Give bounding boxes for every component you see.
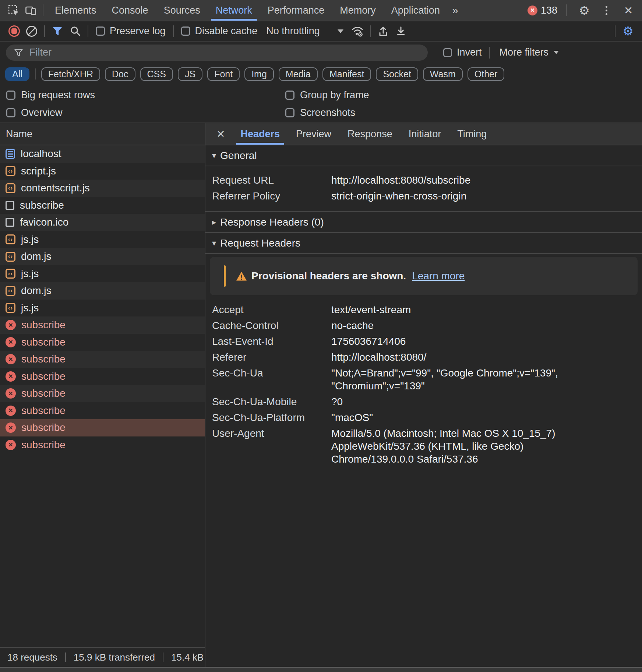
tab-elements[interactable]: Elements [47,0,104,21]
table-row[interactable]: ✕ subscribe [0,351,205,368]
settings-button[interactable]: ⚙ [576,2,593,18]
chip-socket[interactable]: Socket [376,67,418,81]
drawer-edge[interactable] [0,667,642,672]
more-tabs-icon[interactable]: » [448,4,463,17]
tab-preview[interactable]: Preview [288,123,339,145]
chip-fetch-xhr[interactable]: Fetch/XHR [41,67,100,81]
chip-css[interactable]: CSS [140,67,173,81]
script-icon: ‹› [6,234,15,244]
request-details-panel: ✕ Headers Preview Response Initiator Tim… [205,123,642,667]
chip-media[interactable]: Media [279,67,318,81]
table-row[interactable]: ✕ subscribe [0,334,205,351]
header-row: Sec-Ch-Ua-Platform "macOS" [205,410,642,425]
tab-application[interactable]: Application [384,0,448,21]
header-key: Sec-Ch-Ua-Mobile [205,395,331,408]
chip-doc[interactable]: Doc [105,67,135,81]
tab-initiator[interactable]: Initiator [401,123,449,145]
table-row[interactable]: ‹› js.js [0,265,205,283]
tab-console[interactable]: Console [104,0,156,21]
record-icon [8,25,20,37]
overview-toggle[interactable]: Overview [0,107,279,119]
table-row[interactable]: ‹› js.js [0,300,205,317]
error-icon: ✕ [6,337,16,347]
clear-log-button[interactable] [23,23,40,39]
device-toolbar-button[interactable] [22,2,39,18]
header-key: Accept [205,303,331,316]
warning-icon [236,271,247,281]
invert-filter-toggle[interactable]: Invert [440,47,486,58]
export-har-button[interactable] [392,23,410,39]
chip-all[interactable]: All [5,67,29,81]
learn-more-link[interactable]: Learn more [412,270,465,282]
script-icon: ‹› [6,183,15,193]
table-row[interactable]: subscribe [0,197,205,214]
tab-response[interactable]: Response [339,123,401,145]
name-column-header[interactable]: Name [0,123,205,145]
tab-memory[interactable]: Memory [332,0,384,21]
response-headers-section-header[interactable]: ▸ Response Headers (0) [205,212,642,233]
network-settings-button[interactable]: ⚙ [619,23,637,39]
header-row: Referer http://localhost:8080/ [205,349,642,365]
preserve-log-toggle[interactable]: Preserve log [92,25,169,37]
header-value: "macOS" [331,411,373,424]
checkbox-icon [285,91,294,100]
screenshots-toggle[interactable]: Screenshots [279,107,355,119]
script-icon: ‹› [6,303,15,313]
chip-manifest[interactable]: Manifest [322,67,371,81]
more-filters-label: More filters [500,47,549,58]
chip-js[interactable]: JS [178,67,202,81]
error-count: 138 [541,5,557,16]
devtools-tabbar: Elements Console Sources Network Perform… [0,0,642,21]
table-row[interactable]: ✕ subscribe [0,402,205,420]
general-section-header[interactable]: ▾ General [205,145,642,166]
table-row[interactable]: ‹› js.js [0,231,205,248]
tab-headers[interactable]: Headers [232,123,288,145]
tab-network[interactable]: Network [208,0,260,21]
chip-img[interactable]: Img [244,67,274,81]
header-value: 1756036714406 [331,335,406,348]
close-details-button[interactable]: ✕ [209,128,232,140]
divider [173,25,174,37]
more-filters-button[interactable]: More filters [494,47,565,58]
request-name: subscribe [21,353,66,365]
inspect-element-button[interactable] [5,2,22,18]
funnel-icon [14,48,23,57]
table-row[interactable]: ✕ subscribe [0,385,205,402]
chip-font[interactable]: Font [207,67,240,81]
customize-menu-button[interactable] [598,2,615,18]
header-row: Cache-Control no-cache [205,318,642,333]
table-row[interactable]: ✕ subscribe [0,436,205,454]
table-row[interactable]: ‹› contentscript.js [0,180,205,197]
script-icon: ‹› [6,286,15,296]
import-har-button[interactable] [374,23,392,39]
divider [65,652,66,662]
disable-cache-label: Disable cache [195,25,258,37]
device-toolbar-icon [25,4,37,17]
table-row-selected[interactable]: ✕ subscribe [0,419,205,436]
table-row[interactable]: ✕ subscribe [0,368,205,385]
group-by-frame-toggle[interactable]: Group by frame [279,89,369,101]
tab-sources[interactable]: Sources [156,0,208,21]
table-row[interactable]: localhost [0,145,205,163]
chip-other[interactable]: Other [468,67,505,81]
disable-cache-toggle[interactable]: Disable cache [177,25,261,37]
tab-performance[interactable]: Performance [260,0,332,21]
big-request-rows-toggle[interactable]: Big request rows [0,89,279,101]
record-button[interactable] [5,23,23,39]
throttling-select[interactable]: No throttling [261,25,349,37]
search-button[interactable] [66,23,84,39]
filter-input[interactable] [6,45,428,61]
request-headers-section-header[interactable]: ▾ Request Headers [205,233,642,254]
filter-toggle-button[interactable] [49,23,66,39]
table-row[interactable]: ‹› dom.js [0,282,205,300]
header-row: Last-Event-Id 1756036714406 [205,333,642,349]
tab-timing[interactable]: Timing [449,123,495,145]
table-row[interactable]: ‹› script.js [0,163,205,180]
table-row[interactable]: ‹› dom.js [0,248,205,265]
network-conditions-button[interactable] [349,23,366,39]
close-devtools-button[interactable]: ✕ [620,2,637,18]
chip-wasm[interactable]: Wasm [423,67,463,81]
error-count-badge[interactable]: ✕ 138 [528,5,557,16]
table-row[interactable]: ✕ subscribe [0,316,205,334]
table-row[interactable]: favicon.ico [0,214,205,231]
